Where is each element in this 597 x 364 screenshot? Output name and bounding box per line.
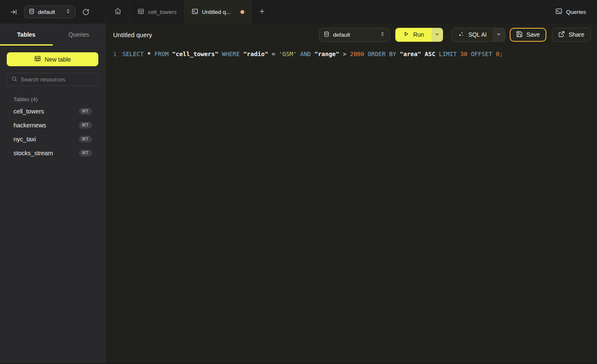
sidebar-tab-queries[interactable]: Queries	[53, 24, 105, 45]
arrow-to-line-icon	[10, 8, 17, 16]
table-engine-badge: MT	[79, 150, 92, 156]
tab-bar: cell_towers Untitled q...	[105, 0, 272, 24]
refresh-icon	[82, 8, 89, 16]
sql-code-line: 1 SELECT * FROM "cell_towers" WHERE "rad…	[105, 50, 597, 58]
table-name: stocks_stream	[14, 150, 79, 156]
table-row-hackernews[interactable]: hackernews MT	[0, 118, 105, 132]
terminal-icon	[192, 8, 198, 16]
line-number: 1	[105, 51, 116, 58]
save-button-label: Save	[527, 31, 540, 38]
table-icon	[34, 55, 41, 63]
database-icon	[29, 8, 35, 16]
new-table-button[interactable]: New table	[7, 52, 98, 66]
topbar-right-section: Queries	[555, 0, 597, 24]
run-split-button: Run	[395, 28, 443, 42]
topbar-database-selector[interactable]: default	[24, 5, 76, 19]
sql-editor[interactable]: 1 SELECT * FROM "cell_towers" WHERE "rad…	[105, 46, 597, 364]
tab-untitled-query[interactable]: Untitled q...	[184, 0, 251, 24]
search-resources-input[interactable]	[21, 76, 94, 83]
run-button[interactable]: Run	[395, 28, 432, 42]
sql-ai-split-button: SQL AI	[451, 28, 505, 42]
home-icon	[114, 8, 122, 16]
toolbar-database-selector[interactable]: default	[319, 28, 390, 42]
sql-ai-button-label: SQL AI	[468, 31, 487, 38]
table-icon	[138, 8, 144, 16]
table-engine-badge: MT	[79, 108, 92, 115]
queries-button-label: Queries	[566, 9, 586, 15]
tab-home[interactable]	[105, 0, 130, 24]
sql-ai-options-button[interactable]	[493, 28, 505, 41]
sparkles-icon	[458, 31, 465, 39]
new-tab-button[interactable]	[251, 0, 272, 24]
chevron-up-down-icon	[380, 31, 385, 38]
save-button[interactable]: Save	[510, 28, 546, 42]
database-selector-value: default	[38, 9, 62, 15]
terminal-icon	[555, 8, 562, 16]
new-table-label: New table	[45, 56, 71, 63]
app-window: default cell_towers	[0, 0, 597, 364]
chevron-down-icon	[435, 32, 440, 38]
sql-statement: SELECT * FROM "cell_towers" WHERE "radio…	[122, 50, 503, 58]
search-resources-box	[7, 73, 98, 86]
queries-button[interactable]: Queries	[555, 8, 586, 16]
tab-label: Untitled q...	[202, 9, 231, 15]
run-options-button[interactable]	[432, 28, 443, 42]
sidebar: Tables Queries New table Tables (4) cell…	[0, 24, 105, 364]
table-row-nyc-taxi[interactable]: nyc_taxi MT	[0, 132, 105, 146]
share-button-label: Share	[569, 31, 584, 38]
tables-section-label: Tables (4)	[14, 96, 98, 102]
chevron-up-down-icon	[65, 8, 71, 15]
query-toolbar: Untitled query default	[105, 24, 597, 46]
database-selector-value: default	[333, 32, 376, 38]
collapse-sidebar-button[interactable]	[9, 8, 18, 16]
topbar: default cell_towers	[0, 0, 597, 24]
refresh-button[interactable]	[81, 8, 90, 16]
save-icon	[516, 31, 523, 39]
tab-cell-towers[interactable]: cell_towers	[130, 0, 184, 24]
plus-icon	[259, 8, 265, 16]
table-row-cell-towers[interactable]: cell_towers MT	[0, 104, 105, 118]
table-engine-badge: MT	[79, 122, 92, 129]
table-engine-badge: MT	[79, 136, 92, 143]
table-name: nyc_taxi	[14, 136, 79, 143]
share-icon	[558, 31, 565, 39]
query-workspace: Untitled query default	[105, 24, 597, 364]
share-button[interactable]: Share	[552, 28, 591, 42]
database-icon	[324, 31, 330, 38]
search-icon	[11, 76, 17, 84]
play-icon	[403, 31, 409, 38]
query-title: Untitled query	[113, 31, 152, 38]
sql-ai-button[interactable]: SQL AI	[452, 28, 493, 41]
topbar-left-section: default	[0, 0, 105, 24]
unsaved-changes-dot	[240, 10, 244, 14]
sidebar-tab-tables[interactable]: Tables	[0, 24, 53, 45]
chevron-down-icon	[496, 32, 501, 38]
table-name: hackernews	[14, 122, 79, 129]
run-button-label: Run	[413, 31, 424, 38]
table-name: cell_towers	[14, 108, 79, 115]
toolbar-controls: default Run	[319, 28, 591, 42]
table-list: cell_towers MT hackernews MT nyc_taxi MT…	[0, 104, 105, 160]
table-row-stocks-stream[interactable]: stocks_stream MT	[0, 146, 105, 160]
sidebar-tabs: Tables Queries	[0, 24, 105, 46]
tab-label: cell_towers	[148, 9, 177, 15]
